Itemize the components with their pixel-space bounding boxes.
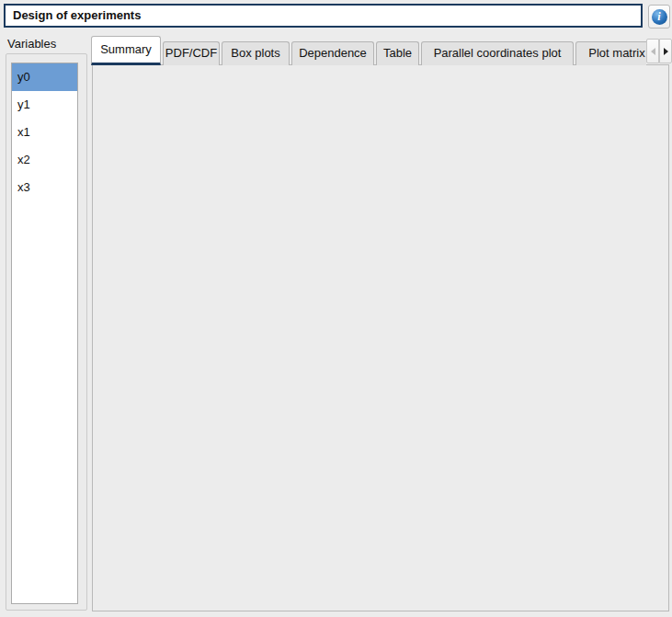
tab-plot-matrix[interactable]: Plot matrix — [575, 41, 646, 65]
tab-scroll-right-button[interactable] — [659, 39, 672, 63]
tab-pdf-cdf[interactable]: PDF/CDF — [163, 41, 220, 65]
variables-list: y0 y1 x1 x2 x3 — [11, 63, 78, 604]
variable-item-y1[interactable]: y1 — [12, 91, 77, 119]
analysis-title-field: Design of experiments — [4, 4, 643, 28]
tab-table[interactable]: Table — [376, 41, 419, 65]
chevron-left-icon — [651, 48, 655, 55]
variable-item-y0[interactable]: y0 — [12, 63, 77, 91]
tab-box-plots[interactable]: Box plots — [222, 41, 290, 65]
tab-parallel-coordinates-plot[interactable]: Parallel coordinates plot — [421, 41, 574, 65]
variable-item-x1[interactable]: x1 — [12, 119, 77, 146]
tab-summary[interactable]: Summary — [91, 36, 161, 65]
chevron-right-icon — [664, 48, 668, 55]
variable-item-x3[interactable]: x3 — [12, 174, 77, 201]
variables-panel-title: Variables — [7, 37, 56, 51]
tab-scroll-left-button[interactable] — [646, 39, 659, 63]
variable-item-x2[interactable]: x2 — [12, 146, 77, 174]
info-button[interactable]: i — [648, 5, 670, 29]
summary-tab-panel — [92, 64, 669, 611]
tab-bar: Summary PDF/CDF Box plots Dependence Tab… — [91, 36, 646, 65]
tab-dependence[interactable]: Dependence — [291, 41, 374, 65]
info-icon: i — [652, 9, 667, 25]
